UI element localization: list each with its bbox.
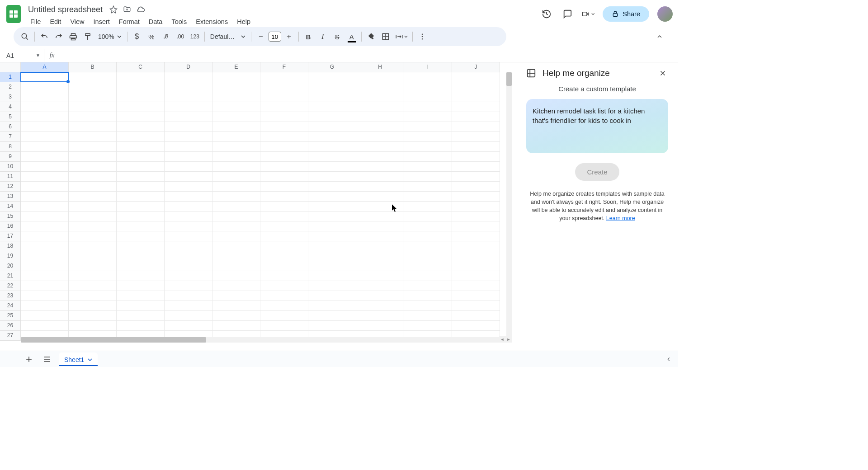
cell[interactable] bbox=[21, 261, 69, 271]
cell[interactable] bbox=[117, 152, 165, 162]
menu-help[interactable]: Help bbox=[233, 16, 255, 27]
bold-button[interactable]: B bbox=[302, 30, 315, 43]
cell[interactable] bbox=[165, 212, 212, 221]
cell[interactable] bbox=[404, 72, 452, 82]
cell[interactable] bbox=[356, 82, 404, 92]
cell[interactable] bbox=[356, 102, 404, 112]
cell[interactable] bbox=[404, 321, 452, 331]
cell[interactable] bbox=[212, 291, 260, 301]
cell[interactable] bbox=[117, 311, 165, 321]
cell[interactable] bbox=[308, 192, 356, 202]
row-header[interactable]: 19 bbox=[0, 251, 21, 261]
row-header[interactable]: 2 bbox=[0, 82, 21, 92]
cell[interactable] bbox=[21, 281, 69, 291]
cell[interactable] bbox=[212, 231, 260, 241]
cell[interactable] bbox=[117, 162, 165, 172]
cell[interactable] bbox=[308, 321, 356, 331]
cell[interactable] bbox=[356, 281, 404, 291]
cell[interactable] bbox=[165, 311, 212, 321]
cell[interactable] bbox=[69, 122, 117, 132]
scroll-right-icon[interactable]: ► bbox=[505, 336, 512, 343]
cell[interactable] bbox=[165, 271, 212, 281]
cell[interactable] bbox=[404, 122, 452, 132]
cell[interactable] bbox=[165, 162, 212, 172]
cell[interactable] bbox=[69, 291, 117, 301]
cell[interactable] bbox=[69, 321, 117, 331]
italic-button[interactable]: I bbox=[316, 30, 330, 43]
cell[interactable] bbox=[260, 321, 308, 331]
cell[interactable] bbox=[452, 291, 500, 301]
cell[interactable] bbox=[308, 261, 356, 271]
cell[interactable] bbox=[165, 152, 212, 162]
cell[interactable] bbox=[212, 92, 260, 102]
cell[interactable] bbox=[404, 102, 452, 112]
cell[interactable] bbox=[452, 142, 500, 152]
cell[interactable] bbox=[404, 202, 452, 212]
cell[interactable] bbox=[117, 251, 165, 261]
menu-view[interactable]: View bbox=[66, 16, 88, 27]
cell[interactable] bbox=[260, 251, 308, 261]
cell[interactable] bbox=[452, 281, 500, 291]
cell[interactable] bbox=[260, 152, 308, 162]
cloud-status-icon[interactable] bbox=[136, 5, 145, 14]
scroll-left-icon[interactable]: ◄ bbox=[499, 336, 505, 343]
cell[interactable] bbox=[117, 301, 165, 311]
menu-tools[interactable]: Tools bbox=[167, 16, 191, 27]
cell[interactable] bbox=[117, 142, 165, 152]
cell[interactable] bbox=[404, 241, 452, 251]
cell[interactable] bbox=[356, 241, 404, 251]
cell[interactable] bbox=[212, 112, 260, 122]
cell[interactable] bbox=[260, 291, 308, 301]
cell[interactable] bbox=[452, 221, 500, 231]
cell[interactable] bbox=[260, 72, 308, 82]
cell[interactable] bbox=[165, 192, 212, 202]
cell[interactable] bbox=[452, 241, 500, 251]
learn-more-link[interactable]: Learn more bbox=[606, 215, 635, 221]
cell[interactable] bbox=[165, 142, 212, 152]
print-button[interactable] bbox=[66, 30, 80, 43]
cell[interactable] bbox=[21, 152, 69, 162]
search-menus-icon[interactable] bbox=[18, 30, 32, 43]
cell[interactable] bbox=[117, 321, 165, 331]
cell[interactable] bbox=[308, 112, 356, 122]
decrease-decimal-button[interactable]: .0̸ bbox=[159, 30, 173, 43]
cell[interactable] bbox=[117, 92, 165, 102]
cell[interactable] bbox=[165, 202, 212, 212]
cell[interactable] bbox=[69, 142, 117, 152]
decrease-font-size-button[interactable] bbox=[254, 30, 268, 43]
cell[interactable] bbox=[452, 311, 500, 321]
cell[interactable] bbox=[356, 112, 404, 122]
cell[interactable] bbox=[165, 82, 212, 92]
cell[interactable] bbox=[356, 122, 404, 132]
cell[interactable] bbox=[452, 102, 500, 112]
cell[interactable] bbox=[212, 271, 260, 281]
cell[interactable] bbox=[404, 182, 452, 192]
cell[interactable] bbox=[356, 132, 404, 142]
cell[interactable] bbox=[308, 142, 356, 152]
cell[interactable] bbox=[117, 221, 165, 231]
cell[interactable] bbox=[69, 82, 117, 92]
history-icon[interactable] bbox=[540, 8, 553, 20]
cell[interactable] bbox=[260, 92, 308, 102]
cell[interactable] bbox=[452, 231, 500, 241]
sheet-tab-1[interactable]: Sheet1 bbox=[59, 352, 98, 366]
all-sheets-button[interactable] bbox=[41, 353, 53, 366]
cell[interactable] bbox=[356, 321, 404, 331]
cell[interactable] bbox=[404, 271, 452, 281]
cell[interactable] bbox=[404, 251, 452, 261]
cell[interactable] bbox=[404, 132, 452, 142]
cell[interactable] bbox=[69, 212, 117, 221]
cell[interactable] bbox=[117, 241, 165, 251]
cell[interactable] bbox=[260, 281, 308, 291]
row-header[interactable]: 20 bbox=[0, 261, 21, 271]
cell[interactable] bbox=[404, 212, 452, 221]
cell[interactable] bbox=[117, 291, 165, 301]
cell[interactable] bbox=[117, 132, 165, 142]
cell[interactable] bbox=[260, 241, 308, 251]
cell[interactable] bbox=[117, 212, 165, 221]
cell[interactable] bbox=[356, 212, 404, 221]
row-header[interactable]: 16 bbox=[0, 221, 21, 231]
cell[interactable] bbox=[260, 182, 308, 192]
cell[interactable] bbox=[452, 162, 500, 172]
row-header[interactable]: 5 bbox=[0, 112, 21, 122]
